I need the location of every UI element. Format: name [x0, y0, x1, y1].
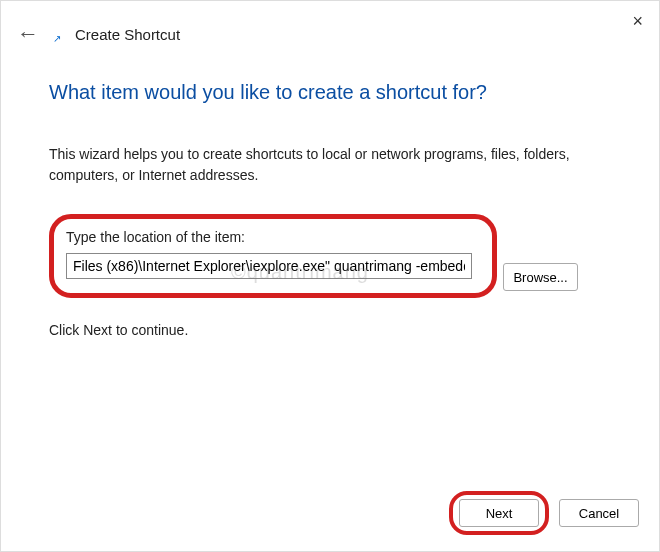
browse-button[interactable]: Browse... — [503, 263, 578, 291]
cancel-button[interactable]: Cancel — [559, 499, 639, 527]
continue-hint: Click Next to continue. — [49, 322, 611, 338]
shortcut-icon: ↗ — [53, 33, 61, 44]
create-shortcut-dialog: × ← ↗ Create Shortcut What item would yo… — [0, 0, 660, 552]
dialog-header: ← ↗ Create Shortcut — [1, 1, 659, 53]
dialog-footer: Next Cancel — [449, 491, 639, 535]
location-label: Type the location of the item: — [66, 229, 478, 245]
dialog-content: What item would you like to create a sho… — [1, 53, 659, 338]
page-heading: What item would you like to create a sho… — [49, 81, 611, 104]
back-arrow-icon[interactable]: ← — [17, 23, 39, 45]
close-icon[interactable]: × — [632, 11, 643, 32]
location-highlight: Type the location of the item: — [49, 214, 497, 298]
next-highlight: Next — [449, 491, 549, 535]
dialog-title: Create Shortcut — [75, 26, 180, 43]
location-input[interactable] — [66, 253, 472, 279]
page-description: This wizard helps you to create shortcut… — [49, 144, 611, 186]
next-button[interactable]: Next — [459, 499, 539, 527]
